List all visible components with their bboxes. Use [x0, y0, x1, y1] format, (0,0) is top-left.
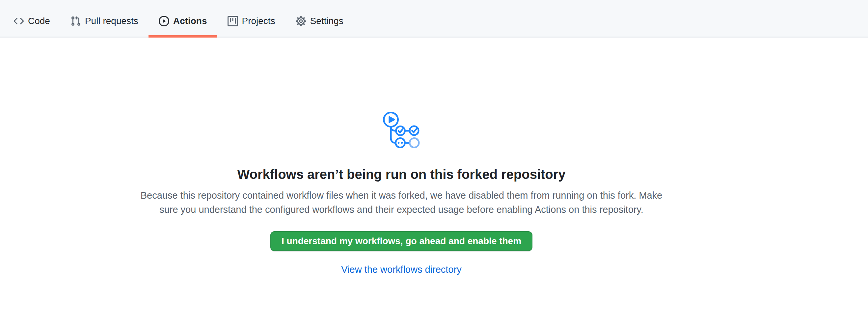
code-icon [13, 16, 24, 26]
tab-projects-label: Projects [242, 17, 275, 26]
tab-settings-label: Settings [310, 17, 343, 26]
tab-code-label: Code [28, 17, 50, 26]
workflows-link-row: View the workflows directory [0, 264, 803, 275]
page-title: Workflows aren’t being run on this forke… [0, 166, 803, 183]
tab-actions-label: Actions [173, 17, 207, 26]
repo-tab-nav: Code Pull requests Actions Projects [0, 0, 868, 37]
enable-button-row: I understand my workflows, go ahead and … [0, 217, 803, 251]
page-description-line-1: Because this repository contained workfl… [112, 188, 691, 203]
git-pull-request-icon [70, 16, 81, 26]
tab-projects[interactable]: Projects [217, 5, 285, 37]
tab-pull-requests[interactable]: Pull requests [60, 5, 149, 37]
tab-actions[interactable]: Actions [149, 5, 217, 37]
tab-code[interactable]: Code [3, 5, 60, 37]
gear-icon [296, 16, 306, 26]
actions-disabled-page: Workflows aren’t being run on this forke… [0, 37, 803, 275]
page-description: Because this repository contained workfl… [112, 188, 691, 217]
project-icon [227, 16, 238, 26]
enable-workflows-button[interactable]: I understand my workflows, go ahead and … [270, 231, 532, 251]
workflow-graph-icon [382, 110, 421, 150]
tab-settings[interactable]: Settings [285, 5, 354, 37]
play-icon [159, 16, 169, 26]
page-description-line-2: sure you understand the configured workf… [112, 203, 691, 217]
tab-pull-requests-label: Pull requests [85, 17, 138, 26]
view-workflows-directory-link[interactable]: View the workflows directory [341, 264, 461, 275]
